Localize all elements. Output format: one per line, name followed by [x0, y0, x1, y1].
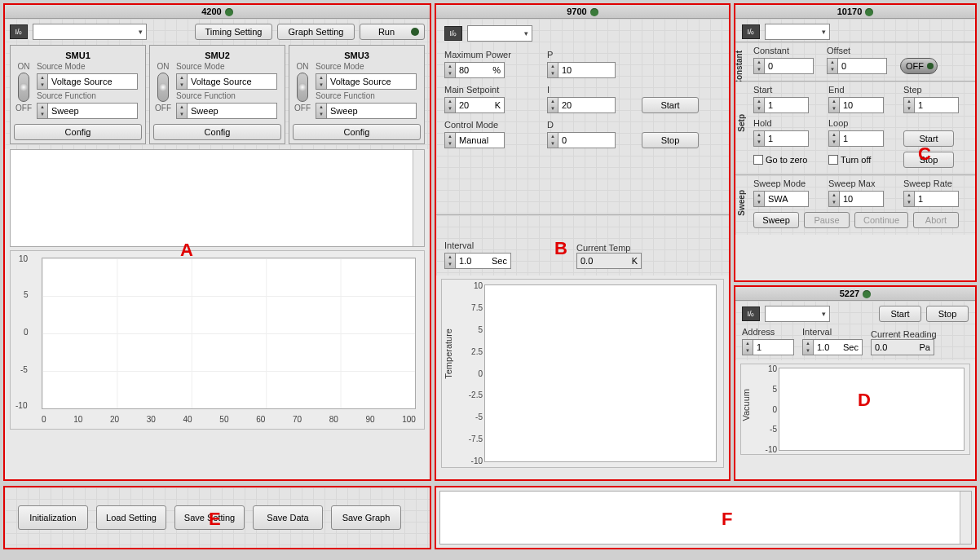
smu3-config-button[interactable]: Config: [293, 124, 421, 140]
spinner-icon[interactable]: [444, 62, 456, 78]
main-setpoint-input[interactable]: 20K: [456, 97, 505, 113]
temperature-axis-label: Temperature: [444, 329, 453, 379]
smu2-toggle[interactable]: [157, 73, 169, 102]
end-input[interactable]: 10: [840, 97, 884, 113]
smu1-function[interactable]: Sweep: [48, 103, 138, 119]
setp-stop-button[interactable]: Stop: [903, 152, 954, 168]
p-input[interactable]: 10: [558, 62, 616, 78]
y-tick: -10: [15, 401, 27, 410]
continue-button[interactable]: Continue: [854, 212, 908, 228]
panel-4200-title: 4200: [5, 5, 430, 19]
start-input[interactable]: 1: [765, 97, 809, 113]
smu3-function[interactable]: Sweep: [327, 103, 417, 119]
interval-5227-input[interactable]: 1.0Sec: [814, 339, 863, 355]
load-setting-button[interactable]: Load Setting: [96, 505, 166, 530]
data-listbox[interactable]: [10, 149, 425, 247]
x-tick: 100: [402, 415, 416, 424]
spinner-icon[interactable]: [547, 97, 558, 113]
spinner-icon[interactable]: [547, 62, 558, 78]
constant-input[interactable]: 0: [765, 58, 814, 74]
spinner-icon[interactable]: [753, 58, 765, 74]
address-input[interactable]: 1: [753, 339, 794, 355]
spinner-icon[interactable]: [903, 191, 915, 207]
device-select[interactable]: [33, 24, 147, 40]
sweep-max-input[interactable]: 10: [840, 191, 884, 207]
spinner-icon[interactable]: [316, 73, 327, 90]
log-textbox[interactable]: [439, 491, 972, 545]
spinner-icon[interactable]: [176, 103, 188, 119]
off-toggle-button[interactable]: OFF: [900, 58, 938, 74]
smu3-toggle[interactable]: [297, 73, 308, 102]
sweep-mode-label: Sweep Mode: [753, 179, 819, 188]
stop-9700-button[interactable]: Stop: [642, 132, 699, 148]
hold-input[interactable]: 1: [765, 130, 809, 147]
spinner-icon[interactable]: [753, 130, 765, 147]
smu2-mode[interactable]: Voltage Source: [188, 73, 277, 90]
max-power-label: Maximum Power: [444, 50, 534, 60]
interval-input[interactable]: 1.0Sec: [456, 253, 511, 269]
d-input[interactable]: 0: [558, 132, 616, 148]
save-data-button[interactable]: Save Data: [253, 505, 323, 530]
step-input[interactable]: 1: [915, 97, 959, 113]
start-9700-button[interactable]: Start: [642, 97, 699, 113]
y-tick: 2.5: [460, 347, 483, 356]
spinner-icon[interactable]: [828, 97, 840, 113]
spinner-icon[interactable]: [742, 339, 753, 355]
goto-zero-checkbox[interactable]: Go to zero: [753, 152, 819, 168]
smu1-toggle[interactable]: [18, 73, 29, 102]
device-select-9700[interactable]: [467, 25, 532, 42]
source-mode-label: Source Mode: [316, 62, 421, 71]
spinner-icon[interactable]: [828, 191, 840, 207]
device-select-5227[interactable]: [765, 306, 830, 322]
turn-off-checkbox[interactable]: Turn off: [828, 152, 894, 168]
spinner-icon[interactable]: [37, 103, 48, 119]
graph-setting-button[interactable]: Graph Setting: [277, 24, 355, 40]
scrollbar[interactable]: [413, 150, 424, 246]
smu3-panel: SMU3 ON OFF Source Mode Voltage Source S…: [289, 45, 425, 144]
start-5227-button[interactable]: Start: [879, 306, 921, 322]
spinner-icon[interactable]: [828, 130, 840, 147]
scrollbar[interactable]: [960, 492, 971, 544]
timing-setting-button[interactable]: Timing Setting: [195, 24, 272, 40]
y-tick: -7.5: [460, 434, 483, 443]
spinner-icon[interactable]: [903, 97, 915, 113]
y-tick: 10: [460, 281, 483, 290]
sweep-button[interactable]: Sweep: [753, 212, 799, 228]
control-mode-input[interactable]: Manual: [456, 132, 505, 148]
spinner-icon[interactable]: [753, 97, 765, 113]
main-setpoint-label: Main Setpoint: [444, 85, 534, 95]
panel-actions: Initialization Load Setting Save Setting…: [3, 486, 431, 549]
smu2-function[interactable]: Sweep: [188, 103, 277, 119]
smu1-config-button[interactable]: Config: [14, 124, 142, 140]
sweep-rate-input[interactable]: 1: [915, 191, 959, 207]
spinner-icon[interactable]: [444, 97, 456, 113]
smu2-config-button[interactable]: Config: [153, 124, 281, 140]
i-input[interactable]: 20: [558, 97, 616, 113]
abort-button[interactable]: Abort: [913, 212, 959, 228]
save-setting-button[interactable]: Save Setting: [174, 505, 245, 530]
sweep-mode-input[interactable]: SWA: [765, 191, 809, 207]
spinner-icon[interactable]: [444, 253, 456, 269]
spinner-icon[interactable]: [316, 103, 327, 119]
setp-start-button[interactable]: Start: [903, 130, 954, 147]
offset-input[interactable]: 0: [838, 58, 887, 74]
save-graph-button[interactable]: Save Graph: [331, 505, 401, 530]
pause-button[interactable]: Pause: [804, 212, 850, 228]
run-button[interactable]: Run: [360, 24, 425, 40]
spinner-icon[interactable]: [547, 132, 558, 148]
initialization-button[interactable]: Initialization: [18, 505, 88, 530]
spinner-icon[interactable]: [37, 73, 48, 90]
spinner-icon[interactable]: [827, 58, 838, 74]
smu3-mode[interactable]: Voltage Source: [327, 73, 417, 90]
spinner-icon[interactable]: [176, 73, 188, 90]
smu1-mode[interactable]: Voltage Source: [48, 73, 138, 90]
x-tick: 90: [365, 415, 374, 424]
stop-5227-button[interactable]: Stop: [926, 306, 969, 322]
spinner-icon[interactable]: [802, 339, 814, 355]
loop-input[interactable]: 1: [840, 130, 884, 147]
device-select-10170[interactable]: [765, 24, 830, 40]
spinner-icon[interactable]: [444, 132, 456, 148]
max-power-input[interactable]: 80%: [456, 62, 505, 78]
source-mode-label: Source Mode: [176, 62, 281, 71]
spinner-icon[interactable]: [753, 191, 765, 207]
